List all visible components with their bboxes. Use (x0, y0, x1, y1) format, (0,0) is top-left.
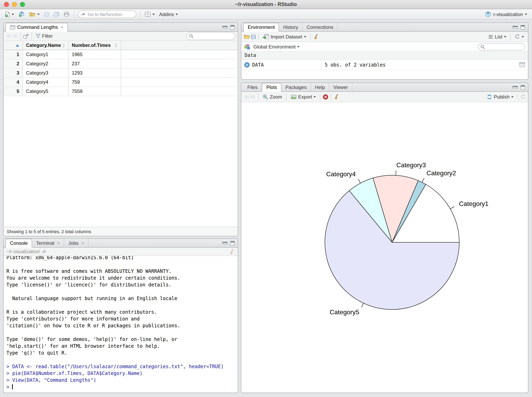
remove-plot-icon[interactable] (323, 94, 329, 99)
save-workspace-icon[interactable] (251, 34, 256, 39)
open-file-button[interactable] (28, 10, 41, 19)
refresh-environment-button[interactable] (513, 32, 526, 41)
tab-viewer[interactable]: Viewer (329, 83, 352, 91)
tab-files[interactable]: Files (243, 83, 262, 91)
tab-terminal[interactable]: Terminal× (32, 239, 64, 247)
save-button[interactable] (43, 10, 51, 19)
table-cell: 4 (4, 78, 23, 87)
list-view-button[interactable]: List (487, 32, 508, 41)
minimize-window-button[interactable] (12, 2, 17, 7)
console-output-line: R is a collaborative project with many c… (6, 309, 238, 316)
tab-environment[interactable]: Environment (243, 23, 279, 32)
new-project-button[interactable]: R (17, 10, 26, 19)
viewer-search-input[interactable] (186, 32, 235, 40)
goto-file-search (78, 10, 136, 18)
console-output-line: 'citation()' on how to cite R or R packa… (6, 323, 238, 329)
maximize-pane-icon[interactable] (520, 85, 525, 90)
pie-label-tick (361, 303, 363, 307)
tab-jobs[interactable]: Jobs× (64, 239, 89, 247)
addins-button[interactable]: Addins (158, 10, 179, 19)
previous-plot-icon[interactable] (244, 94, 249, 99)
filter-button[interactable]: Filter (34, 32, 54, 40)
pie-label-tick (450, 206, 454, 209)
table-cell: 2 (4, 59, 23, 68)
titlebar: ~/r-visualization - RStudio (0, 0, 532, 9)
tab-plots[interactable]: Plots (262, 83, 281, 92)
forward-icon[interactable] (13, 34, 18, 38)
console-output-line: Type 'license()' or 'licence()' for dist… (6, 282, 238, 288)
save-all-icon (53, 12, 59, 17)
clear-plots-broom-icon[interactable] (334, 94, 340, 100)
table-row[interactable]: 4Category4759 (4, 78, 238, 87)
plot-area: Category1Category2Category3Category4Cate… (241, 102, 528, 393)
table-row[interactable]: 5Category57559 (4, 87, 238, 96)
pane-layout-button[interactable] (143, 10, 156, 19)
console-output-line: Platform: x86_64-apple-darwin15.6.0 (64-… (6, 256, 238, 261)
table-cell: 5 (4, 87, 23, 96)
environment-object-row[interactable]: DATA 5 obs. of 2 variables (241, 60, 528, 70)
console-output-line (6, 261, 238, 268)
column-header-number-of-times[interactable]: Number.of.Times (69, 41, 121, 50)
close-tab-icon[interactable]: × (57, 241, 60, 245)
clear-environment-broom-icon[interactable] (313, 34, 319, 40)
refresh-plot-icon[interactable] (520, 94, 526, 99)
goto-file-input[interactable] (78, 11, 136, 18)
load-workspace-icon[interactable] (244, 34, 250, 39)
maximize-pane-icon[interactable] (230, 25, 235, 30)
list-label: List (495, 34, 502, 39)
tab-command-lengths[interactable]: Command Lengths × (6, 23, 68, 32)
import-dataset-button[interactable]: Import Dataset (261, 32, 308, 41)
export-plot-button[interactable]: Export (289, 92, 317, 101)
table-row[interactable]: 3Category31293 (4, 68, 238, 78)
project-selector[interactable]: R r-visualization (483, 10, 529, 19)
import-dataset-icon (263, 34, 269, 39)
expand-object-icon[interactable] (244, 62, 250, 68)
table-row[interactable]: 1Category11965 (4, 50, 238, 59)
zoom-icon (263, 94, 268, 99)
publish-button[interactable]: Publish (485, 92, 515, 101)
plots-toolbar: Zoom Export Publish (241, 92, 528, 102)
tab-history[interactable]: History (279, 23, 303, 31)
back-icon[interactable] (6, 34, 12, 38)
new-file-button[interactable] (3, 10, 16, 19)
table-row[interactable]: 2Category2237 (4, 59, 238, 68)
table-cell: Category1 (23, 50, 69, 59)
print-button[interactable] (62, 10, 71, 19)
minimize-pane-icon[interactable] (222, 25, 228, 29)
chevron-down-icon (297, 46, 300, 48)
console-output[interactable]: Platform: x86_64-apple-darwin15.6.0 (64-… (4, 256, 238, 393)
zoom-plot-button[interactable]: Zoom (261, 92, 284, 101)
table-cell: 1 (4, 50, 23, 59)
project-name: r-visualization (493, 12, 523, 17)
close-tab-icon[interactable]: × (81, 241, 84, 245)
next-plot-icon[interactable] (250, 94, 256, 99)
show-in-folder-icon[interactable] (42, 250, 47, 254)
maximize-pane-icon[interactable] (230, 241, 235, 245)
tab-console[interactable]: Console (6, 239, 32, 248)
table-cell: 7559 (69, 87, 121, 96)
chevron-down-icon (175, 13, 178, 15)
scope-selector[interactable]: Global Environment (253, 42, 300, 51)
open-in-new-window-icon[interactable] (23, 33, 29, 39)
close-tab-icon[interactable]: × (61, 25, 63, 30)
minimize-pane-icon[interactable] (512, 86, 518, 89)
column-header-category-name[interactable]: Category.Name (23, 41, 69, 50)
pie-label: Category2 (427, 169, 456, 177)
tab-help[interactable]: Help (311, 83, 329, 91)
save-all-button[interactable] (52, 10, 61, 19)
minimize-pane-icon[interactable] (512, 25, 518, 29)
row-number-header[interactable] (4, 41, 23, 50)
close-window-button[interactable] (4, 2, 9, 7)
minimize-pane-icon[interactable] (222, 241, 228, 245)
plots-pane: Files Plots Packages Help Viewer (241, 82, 528, 393)
tab-packages[interactable]: Packages (281, 83, 311, 91)
zoom-window-button[interactable] (20, 2, 25, 7)
console-output-line: Natural language support but running in … (6, 295, 238, 302)
console-input-line: > DATA <- read.table("/Users/lsalazar/co… (6, 363, 238, 370)
maximize-pane-icon[interactable] (520, 25, 525, 30)
clear-console-broom-icon[interactable] (229, 248, 235, 254)
tab-connections[interactable]: Connections (303, 23, 338, 31)
text-cursor[interactable] (12, 384, 13, 389)
view-table-icon[interactable] (519, 62, 525, 67)
pie-label: Category1 (459, 200, 488, 207)
